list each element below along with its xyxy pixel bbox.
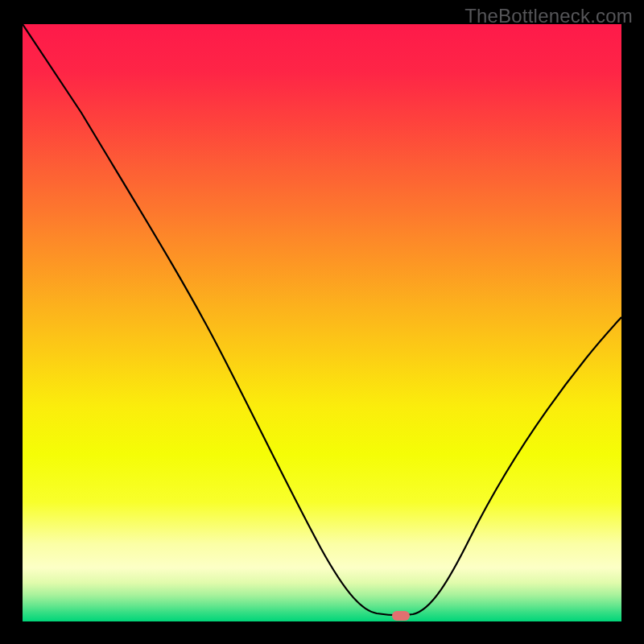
- optimal-marker: [392, 611, 410, 621]
- chart-container: TheBottleneck.com: [0, 0, 644, 644]
- curve-path: [23, 24, 621, 615]
- bottleneck-curve: [23, 24, 621, 621]
- plot-area: [23, 24, 621, 621]
